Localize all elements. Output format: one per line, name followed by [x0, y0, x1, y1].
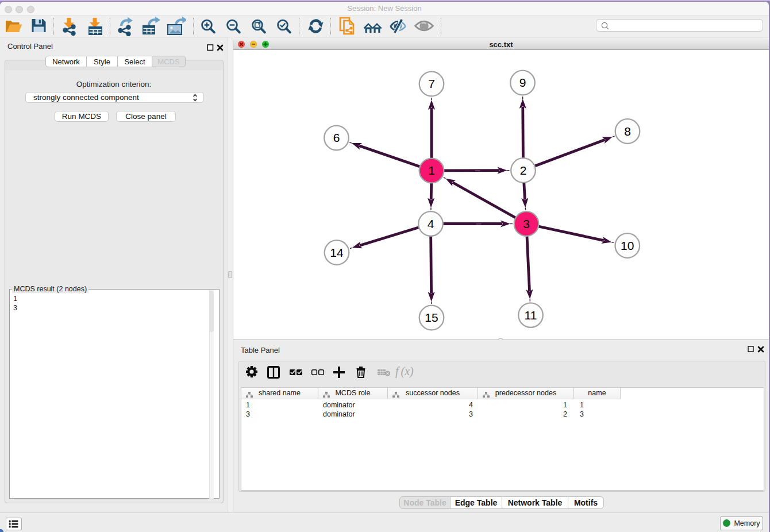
svg-text:4: 4: [428, 217, 434, 230]
svg-text:2: 2: [520, 164, 527, 177]
svg-text:3: 3: [523, 217, 530, 230]
svg-text:11: 11: [525, 309, 537, 322]
svg-text:14: 14: [330, 246, 344, 259]
svg-text:10: 10: [621, 239, 634, 252]
svg-text:7: 7: [428, 77, 435, 90]
svg-text:1: 1: [428, 164, 435, 177]
svg-text:8: 8: [624, 125, 631, 138]
svg-text:6: 6: [333, 131, 340, 144]
svg-text:15: 15: [425, 311, 438, 324]
svg-text:9: 9: [519, 76, 526, 89]
